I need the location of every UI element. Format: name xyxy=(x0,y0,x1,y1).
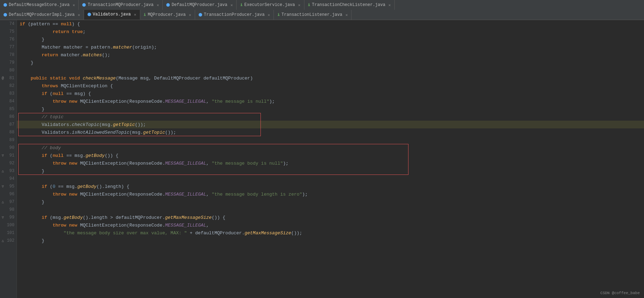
line-number: 77 xyxy=(6,45,14,50)
line-num-row: 85 xyxy=(0,105,17,113)
code-line-76: } xyxy=(17,36,644,43)
code-line-88: Validators.isNotAllowedSendTopic(msg.get… xyxy=(17,128,644,136)
tab-Validators[interactable]: Validators.java ✕ xyxy=(84,10,140,20)
line-num-row: 78 xyxy=(0,51,17,59)
close-icon[interactable]: ✕ xyxy=(134,12,136,17)
line-number: 74 xyxy=(6,21,14,26)
line-num-row: 86 xyxy=(0,113,17,121)
code-container: if (pattern == null) { return true; } Ma… xyxy=(17,20,644,298)
code-area: 74 75 76 77 78 79 80 @ 81 xyxy=(0,20,644,298)
code-line-100: throw new MQClientException(ResponseCode… xyxy=(17,221,644,229)
tab-label: DefaultMQProducer.java xyxy=(172,2,227,7)
line-num-row: ▽ 95 xyxy=(0,183,17,190)
line-number: 101 xyxy=(6,230,14,235)
gutter-icon: ▽ xyxy=(0,184,5,189)
line-num-row: 75 xyxy=(0,28,17,36)
code-line-92: throw new MQClientException(ResponseCode… xyxy=(17,159,644,167)
code-line-87: Validators.checkTopic(msg.getTopic()); xyxy=(17,121,644,128)
line-number: 81 xyxy=(6,76,14,81)
code-line-97: } xyxy=(17,198,644,206)
tab-label: DefaultMessageStore.java xyxy=(9,2,70,7)
line-number: 78 xyxy=(6,52,14,57)
close-icon[interactable]: ✕ xyxy=(298,3,301,7)
code-line-80 xyxy=(17,66,644,74)
line-numbers: 74 75 76 77 78 79 80 @ 81 xyxy=(0,20,17,298)
code-lines: if (pattern == null) { return true; } Ma… xyxy=(17,20,644,245)
tab-DefaultMQProducerImpl[interactable]: DefaultMQProducerImpl.java ✕ xyxy=(0,10,84,20)
code-line-83: if (null == msg) { xyxy=(17,90,644,97)
code-line-79: } xyxy=(17,59,644,66)
line-number: 102 xyxy=(6,238,14,243)
code-line-85: } xyxy=(17,105,644,113)
close-icon[interactable]: ✕ xyxy=(73,3,75,7)
code-line-101: "the message body size over max value, M… xyxy=(17,229,644,237)
line-num-row: 101 xyxy=(0,229,17,237)
tab-icon-c xyxy=(4,13,7,17)
line-num-row: 88 xyxy=(0,128,17,136)
close-icon[interactable]: ✕ xyxy=(346,13,348,17)
line-number: 99 xyxy=(6,215,14,220)
tab-icon-c xyxy=(88,13,91,16)
line-num-row: 80 xyxy=(0,66,17,74)
line-number: 92 xyxy=(6,161,14,166)
code-line-93: } xyxy=(17,167,644,175)
line-num-row: 98 xyxy=(0,206,17,214)
line-num-row: 83 xyxy=(0,90,17,97)
code-line-77: Matcher matcher = pattern.matcher(origin… xyxy=(17,43,644,51)
gutter-icon: @ xyxy=(0,76,5,80)
tab-label: TransactionListener.java xyxy=(282,12,342,17)
code-line-96: throw new MQClientException(ResponseCode… xyxy=(17,190,644,198)
line-number: 89 xyxy=(6,138,14,142)
line-num-row: △ 97 xyxy=(0,198,17,206)
code-line-84: throw new MQClientException(ResponseCode… xyxy=(17,97,644,105)
tab-TransactionProducer[interactable]: TransactionProducer.java ✕ xyxy=(195,10,274,20)
tab-label: TransactionMQProducer.java xyxy=(88,2,153,7)
line-num-row: 77 xyxy=(0,43,17,51)
line-number: 90 xyxy=(6,145,14,150)
line-num-row: 84 xyxy=(0,97,17,105)
tab-TransactionListener[interactable]: i TransactionListener.java ✕ xyxy=(274,10,352,20)
code-line-78: return matcher.matches(); xyxy=(17,51,644,59)
tab-icon-c xyxy=(166,3,170,7)
gutter-icon: ▽ xyxy=(0,153,5,158)
tab-ExecutorService[interactable]: i ExecutorService.java ✕ xyxy=(237,0,304,10)
line-num-row: △ 102 xyxy=(0,237,17,245)
close-icon[interactable]: ✕ xyxy=(388,3,391,7)
line-number: 80 xyxy=(6,68,14,73)
line-num-row: 100 xyxy=(0,221,17,229)
close-icon[interactable]: ✕ xyxy=(268,13,270,17)
gutter-icon: ▽ xyxy=(0,215,5,220)
close-icon[interactable]: ✕ xyxy=(231,3,233,7)
line-num-row: 89 xyxy=(0,136,17,144)
line-number: 85 xyxy=(6,107,14,112)
line-number: 86 xyxy=(6,114,14,119)
line-number: 75 xyxy=(6,29,14,34)
tab-icon-c xyxy=(4,3,7,7)
line-num-row: 76 xyxy=(0,36,17,43)
tab-indicator: i xyxy=(240,3,243,7)
code-line-98 xyxy=(17,206,644,214)
line-num-row: 79 xyxy=(0,59,17,66)
tab-DefaultMQProducer[interactable]: DefaultMQProducer.java ✕ xyxy=(163,0,237,10)
line-number: 96 xyxy=(6,192,14,197)
code-line-94 xyxy=(17,175,644,183)
tab-label: Validators.java xyxy=(93,12,131,17)
line-number: 97 xyxy=(6,199,14,204)
line-num-row: @ 81 xyxy=(0,74,17,82)
code-line-90: // body xyxy=(17,144,644,152)
tab-DefaultMessageStore[interactable]: DefaultMessageStore.java ✕ xyxy=(0,0,79,10)
line-number: 93 xyxy=(6,169,14,173)
tab-label: MQProducer.java xyxy=(148,12,186,17)
line-number: 76 xyxy=(6,37,14,42)
tab-indicator: i xyxy=(144,13,146,17)
tab-TransactionCheckListener[interactable]: i TransactionCheckListener.java ✕ xyxy=(304,0,395,10)
close-icon[interactable]: ✕ xyxy=(189,13,191,17)
tab-MQProducer[interactable]: i MQProducer.java ✕ xyxy=(140,10,195,20)
close-icon[interactable]: ✕ xyxy=(157,3,159,7)
tab-icon-c xyxy=(82,3,86,7)
tab-TransactionMQProducer[interactable]: TransactionMQProducer.java ✕ xyxy=(79,0,163,10)
code-line-99: if (msg.getBody().length > defaultMQProd… xyxy=(17,214,644,221)
line-num-row: 74 xyxy=(0,20,17,28)
close-icon[interactable]: ✕ xyxy=(78,13,80,17)
line-number: 91 xyxy=(6,153,14,158)
